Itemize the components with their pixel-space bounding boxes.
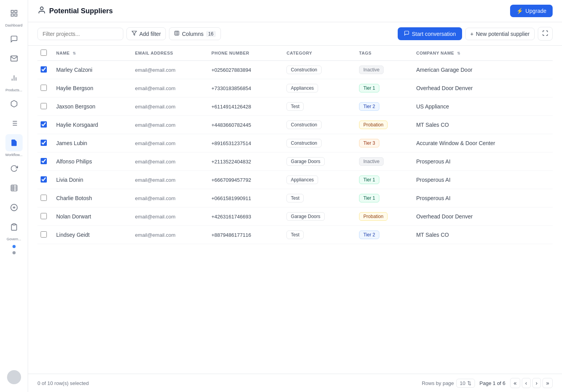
rows-count-select[interactable]: 10 ⇅ bbox=[456, 379, 475, 388]
row-checkbox-cell bbox=[37, 153, 53, 171]
table-row: Alfonso Philips email@email.com +2113522… bbox=[37, 153, 553, 171]
row-checkbox[interactable] bbox=[41, 121, 47, 128]
row-checkbox[interactable] bbox=[41, 85, 47, 91]
upgrade-label: Upgrade bbox=[525, 8, 546, 14]
row-phone: +6114914126428 bbox=[208, 98, 284, 116]
header-phone: PHONE NUMBER bbox=[208, 46, 284, 61]
header-left: Potential Suppliers bbox=[37, 6, 113, 16]
row-company: Prosperous AI bbox=[413, 189, 553, 208]
sidebar-item-mail[interactable] bbox=[5, 50, 23, 67]
row-checkbox[interactable] bbox=[41, 140, 47, 146]
row-category: Garage Doors bbox=[283, 208, 356, 226]
sidebar-item-dollar[interactable] bbox=[5, 199, 23, 216]
row-category: Construction bbox=[283, 116, 356, 134]
toolbar-right: Start conversation + New potential suppl… bbox=[398, 27, 553, 41]
selected-count: 0 of 10 row(s) selected bbox=[37, 380, 89, 386]
columns-button[interactable]: Columns 16 bbox=[169, 27, 221, 40]
last-page-button[interactable]: » bbox=[542, 378, 553, 388]
main-content: Potential Suppliers ⚡ Upgrade Add filter… bbox=[28, 0, 562, 392]
row-name: Charlie Botosh bbox=[53, 189, 132, 208]
select-all-checkbox[interactable] bbox=[41, 50, 47, 56]
avatar[interactable] bbox=[7, 370, 21, 384]
row-company: Overhead Door Denver bbox=[413, 208, 553, 226]
row-email: email@email.com bbox=[132, 134, 208, 153]
sidebar-item-table[interactable] bbox=[5, 179, 23, 197]
header: Potential Suppliers ⚡ Upgrade bbox=[28, 0, 562, 22]
row-phone: +6667099457792 bbox=[208, 171, 284, 189]
svg-rect-3 bbox=[14, 14, 17, 16]
row-checkbox[interactable] bbox=[41, 66, 47, 73]
chevron-up-down-icon: ⇅ bbox=[467, 380, 471, 386]
sidebar-label-govern: Govern... bbox=[7, 237, 21, 241]
header-checkbox-cell bbox=[37, 46, 53, 61]
upgrade-button[interactable]: ⚡ Upgrade bbox=[510, 5, 553, 17]
table-row: Marley Calzoni email@email.com +02560278… bbox=[37, 61, 553, 79]
sort-icon-name: ⇅ bbox=[73, 51, 76, 55]
row-name: Lindsey Geidt bbox=[53, 226, 132, 244]
table-container: NAME ⇅ EMAIL ADDRESS PHONE NUMBER CATEGO… bbox=[28, 46, 562, 374]
row-company: Prosperous AI bbox=[413, 171, 553, 189]
toolbar: Add filter Columns 16 Start conversation… bbox=[28, 22, 562, 46]
sidebar-label-workflow: Workflow... bbox=[5, 153, 23, 157]
row-checkbox[interactable] bbox=[41, 103, 47, 109]
sidebar-item-clipboard[interactable] bbox=[5, 218, 23, 236]
row-email: email@email.com bbox=[132, 189, 208, 208]
row-checkbox[interactable] bbox=[41, 176, 47, 183]
header-category: CATEGORY bbox=[283, 46, 356, 61]
new-supplier-button[interactable]: + New potential supplier bbox=[465, 28, 535, 40]
sidebar-item-box[interactable] bbox=[5, 95, 23, 112]
filter-icon bbox=[132, 30, 137, 37]
table-row: Lindsey Geidt email@email.com +887948617… bbox=[37, 226, 553, 244]
svg-rect-1 bbox=[14, 11, 17, 13]
row-checkbox[interactable] bbox=[41, 213, 47, 219]
table-row: Nolan Dorwart email@email.com +426316174… bbox=[37, 208, 553, 226]
row-email: email@email.com bbox=[132, 61, 208, 79]
row-checkbox[interactable] bbox=[41, 158, 47, 164]
row-company: Overhead Door Denver bbox=[413, 79, 553, 98]
row-checkbox[interactable] bbox=[41, 231, 47, 238]
sidebar-item-list[interactable] bbox=[5, 115, 23, 132]
first-page-button[interactable]: « bbox=[510, 378, 520, 388]
header-company[interactable]: COMPANY NAME ⇅ bbox=[413, 46, 553, 61]
row-category: Test bbox=[283, 226, 356, 244]
svg-rect-0 bbox=[11, 11, 13, 13]
footer: 0 of 10 row(s) selected Rows by page 10 … bbox=[28, 374, 562, 392]
row-category: Garage Doors bbox=[283, 153, 356, 171]
row-checkbox-cell bbox=[37, 61, 53, 79]
row-company: Prosperous AI bbox=[413, 153, 553, 171]
row-checkbox-cell bbox=[37, 189, 53, 208]
sort-icon-company: ⇅ bbox=[457, 51, 461, 55]
sidebar-item-doc[interactable] bbox=[5, 134, 23, 151]
row-phone: +8879486177116 bbox=[208, 226, 284, 244]
sidebar-item-chart[interactable] bbox=[5, 69, 23, 87]
add-filter-button[interactable]: Add filter bbox=[126, 27, 166, 40]
row-email: email@email.com bbox=[132, 116, 208, 134]
svg-rect-2 bbox=[11, 14, 13, 16]
pagination: « ‹ › » bbox=[510, 378, 553, 388]
sidebar-item-refresh[interactable] bbox=[5, 160, 23, 177]
lightning-icon: ⚡ bbox=[516, 8, 523, 14]
row-checkbox-cell bbox=[37, 98, 53, 116]
row-checkbox-cell bbox=[37, 116, 53, 134]
filter-input[interactable] bbox=[37, 28, 123, 40]
expand-button[interactable] bbox=[538, 27, 553, 41]
columns-label: Columns bbox=[182, 31, 203, 37]
start-conversation-button[interactable]: Start conversation bbox=[398, 27, 462, 40]
row-phone: +0256027883894 bbox=[208, 61, 284, 79]
row-category: Appliances bbox=[283, 171, 356, 189]
header-name[interactable]: NAME ⇅ bbox=[53, 46, 132, 61]
row-tag: Tier 1 bbox=[356, 189, 413, 208]
row-phone: +4263161746693 bbox=[208, 208, 284, 226]
rows-count-value: 10 bbox=[460, 380, 465, 386]
columns-icon bbox=[174, 30, 180, 37]
row-checkbox[interactable] bbox=[41, 195, 47, 201]
sidebar-item-chat[interactable] bbox=[5, 30, 23, 48]
row-email: email@email.com bbox=[132, 208, 208, 226]
row-tag: Probation bbox=[356, 116, 413, 134]
next-page-button[interactable]: › bbox=[532, 378, 541, 388]
prev-page-button[interactable]: ‹ bbox=[522, 378, 531, 388]
row-checkbox-cell bbox=[37, 79, 53, 98]
header-tags: TAGS bbox=[356, 46, 413, 61]
row-name: Nolan Dorwart bbox=[53, 208, 132, 226]
sidebar-item-layout[interactable] bbox=[5, 5, 23, 22]
